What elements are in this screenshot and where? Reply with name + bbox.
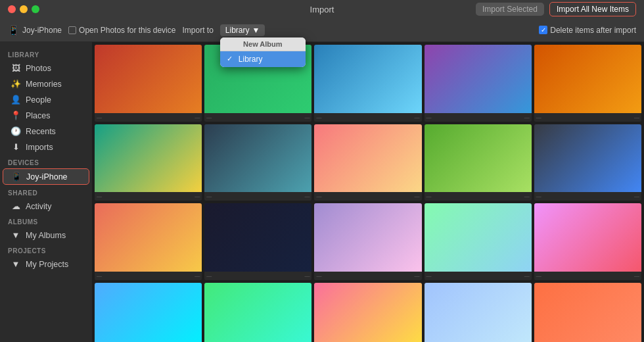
places-icon: 📍 bbox=[11, 110, 21, 120]
photo-meta: —— bbox=[314, 113, 421, 122]
photos-label: Photos bbox=[26, 64, 51, 73]
photo-thumbnail bbox=[95, 124, 202, 193]
open-photos-text: Open Photos for this device bbox=[79, 26, 175, 35]
list-item[interactable]: —— bbox=[425, 45, 532, 122]
dropdown-header: New Album bbox=[220, 37, 306, 51]
albums-expand-icon: ▼ bbox=[11, 230, 21, 240]
memories-icon: ✨ bbox=[11, 79, 21, 89]
photo-thumbnail bbox=[534, 203, 641, 272]
library-section-label: Library bbox=[0, 47, 92, 60]
delete-after-checkbox[interactable]: ✓ bbox=[539, 26, 547, 34]
projects-section-label: Projects bbox=[0, 243, 92, 256]
list-item[interactable]: —— bbox=[204, 283, 311, 342]
photo-thumbnail bbox=[95, 203, 202, 272]
sidebar-item-my-projects[interactable]: ▼ My Projects bbox=[3, 256, 89, 272]
import-to-value: Library bbox=[225, 26, 250, 35]
dropdown-item-library[interactable]: ✓ Library bbox=[220, 51, 306, 67]
sidebar-item-memories[interactable]: ✨ Memories bbox=[3, 76, 89, 91]
photo-thumbnail bbox=[534, 124, 641, 193]
list-item[interactable]: —— bbox=[425, 203, 532, 280]
import-all-button[interactable]: Import All New Items bbox=[549, 2, 636, 16]
list-item[interactable]: —— bbox=[204, 203, 311, 280]
open-photos-option[interactable]: Open Photos for this device bbox=[68, 26, 175, 35]
sidebar-item-places[interactable]: 📍 Places bbox=[3, 108, 89, 123]
titlebar-actions: Import Selected Import All New Items bbox=[476, 2, 636, 16]
imports-icon: ⬇ bbox=[11, 142, 21, 152]
list-item[interactable]: —— bbox=[534, 283, 641, 342]
sidebar-item-people[interactable]: 👤 People bbox=[3, 92, 89, 107]
list-item[interactable]: —— bbox=[534, 203, 641, 280]
places-label: Places bbox=[26, 111, 51, 120]
list-item[interactable]: —— bbox=[425, 124, 532, 201]
window-title: Import bbox=[310, 5, 334, 14]
list-item[interactable]: —— bbox=[314, 124, 421, 201]
photo-grid: —— —— —— —— —— —— —— —— —— —— —— —— —— —… bbox=[95, 45, 641, 342]
photo-meta: —— bbox=[425, 113, 532, 122]
photo-meta: —— bbox=[95, 113, 202, 122]
photo-meta: —— bbox=[204, 192, 311, 201]
iphone-icon: 📱 bbox=[11, 172, 22, 182]
list-item[interactable]: —— bbox=[314, 45, 421, 122]
list-item[interactable]: —— bbox=[95, 45, 202, 122]
sidebar-item-photos[interactable]: 🖼 Photos bbox=[3, 61, 89, 76]
memories-label: Memories bbox=[26, 80, 62, 89]
titlebar: Import Import Selected Import All New It… bbox=[0, 0, 644, 18]
recents-icon: 🕐 bbox=[11, 126, 21, 136]
photo-grid-container[interactable]: —— —— —— —— —— —— —— —— —— —— —— —— —— —… bbox=[92, 42, 644, 342]
close-button[interactable] bbox=[8, 5, 16, 13]
list-item[interactable]: —— bbox=[314, 283, 421, 342]
list-item[interactable]: —— bbox=[95, 283, 202, 342]
photo-thumbnail bbox=[204, 203, 311, 272]
list-item[interactable]: —— bbox=[534, 124, 641, 201]
sidebar-item-my-albums[interactable]: ▼ My Albums bbox=[3, 228, 89, 243]
photo-meta: —— bbox=[425, 192, 532, 201]
device-name: Joy-iPhone bbox=[22, 26, 62, 35]
dropdown-arrow-icon: ▼ bbox=[252, 26, 260, 35]
sidebar-item-imports[interactable]: ⬇ Imports bbox=[3, 139, 89, 155]
photo-thumbnail bbox=[204, 283, 311, 342]
sidebar-item-activity[interactable]: ☁ Activity bbox=[3, 199, 89, 214]
list-item[interactable]: —— bbox=[95, 124, 202, 201]
minimize-button[interactable] bbox=[20, 5, 28, 13]
people-label: People bbox=[26, 95, 51, 105]
sidebar-item-recents[interactable]: 🕐 Recents bbox=[3, 124, 89, 139]
open-photos-checkbox[interactable] bbox=[68, 26, 76, 34]
photo-thumbnail bbox=[425, 283, 532, 342]
photo-thumbnail bbox=[534, 45, 641, 113]
activity-icon: ☁ bbox=[11, 201, 21, 211]
main-layout: Library 🖼 Photos ✨ Memories 👤 People 📍 P… bbox=[0, 42, 644, 342]
list-item[interactable]: —— bbox=[425, 283, 532, 342]
sidebar-item-joy-iphone[interactable]: 📱 Joy-iPhone bbox=[3, 168, 89, 185]
list-item[interactable]: —— bbox=[314, 203, 421, 280]
photos-icon: 🖼 bbox=[11, 63, 21, 73]
import-to-label: Import to bbox=[182, 26, 213, 35]
list-item[interactable]: —— bbox=[95, 203, 202, 280]
device-icon: 📱 bbox=[8, 25, 19, 36]
photo-meta: —— bbox=[534, 192, 641, 201]
photo-thumbnail bbox=[204, 124, 311, 193]
list-item[interactable]: —— bbox=[204, 124, 311, 201]
delete-after-option[interactable]: ✓ Delete items after import bbox=[539, 26, 636, 35]
photo-thumbnail bbox=[534, 283, 641, 342]
photo-meta: —— bbox=[204, 113, 311, 122]
devices-section-label: Devices bbox=[0, 155, 92, 168]
import-selected-button[interactable]: Import Selected bbox=[476, 3, 544, 16]
import-toolbar: 📱 Joy-iPhone Open Photos for this device… bbox=[0, 18, 644, 42]
photo-meta: —— bbox=[314, 192, 421, 201]
photo-thumbnail bbox=[425, 45, 532, 113]
import-to-menu: New Album ✓ Library bbox=[220, 37, 306, 67]
my-projects-label: My Projects bbox=[26, 260, 68, 269]
delete-after-text: Delete items after import bbox=[550, 26, 636, 35]
device-label: 📱 Joy-iPhone bbox=[8, 25, 62, 36]
list-item[interactable]: —— bbox=[534, 45, 641, 122]
sidebar: Library 🖼 Photos ✨ Memories 👤 People 📍 P… bbox=[0, 42, 92, 342]
dropdown-item-label: Library bbox=[239, 55, 263, 64]
recents-label: Recents bbox=[26, 127, 56, 136]
import-to-button[interactable]: Library ▼ bbox=[220, 24, 265, 36]
maximize-button[interactable] bbox=[32, 5, 39, 13]
photo-meta: —— bbox=[425, 272, 532, 280]
import-to-dropdown[interactable]: Library ▼ New Album ✓ Library bbox=[220, 24, 265, 36]
photo-thumbnail bbox=[425, 124, 532, 193]
photo-meta: —— bbox=[314, 272, 421, 280]
photo-meta: —— bbox=[95, 272, 202, 280]
